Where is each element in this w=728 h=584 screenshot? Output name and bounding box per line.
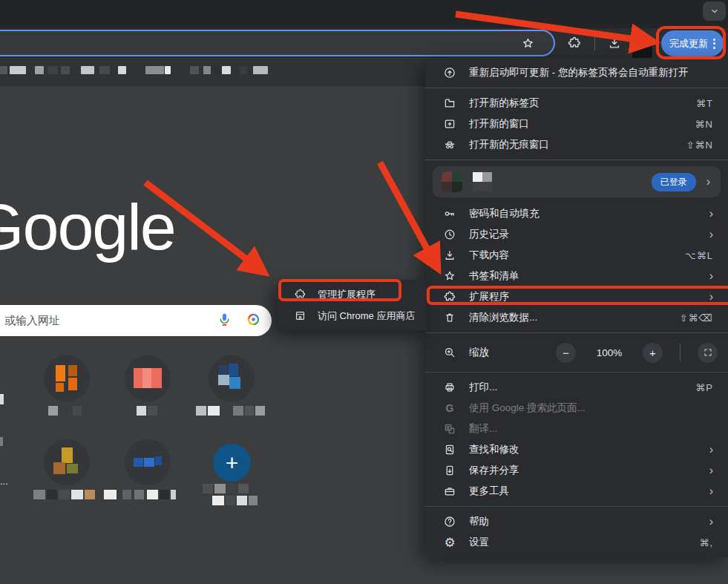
menu-item-label: 历史记录 [469, 228, 509, 241]
submenu-item-manage-extensions[interactable]: 管理扩展程序 [277, 283, 427, 305]
fullscreen-button[interactable] [698, 343, 718, 363]
menu-item-label: 清除浏览数据... [469, 311, 537, 324]
bookmark-item[interactable] [47, 66, 58, 74]
shortcut-hint: ⌘, [699, 537, 713, 548]
chevron-right-icon [709, 485, 713, 497]
search-placeholder: 或输入网址 [4, 314, 217, 328]
cutoff-shortcut-label: ... [0, 476, 8, 487]
shortcut-hint: ⌘P [695, 382, 713, 393]
menu-item-passwords-autofill[interactable]: 密码和自动填充 [425, 203, 728, 224]
menu-item-label: 翻译... [469, 422, 497, 436]
profile-row[interactable]: 已登录 [433, 166, 721, 197]
menu-item-help[interactable]: 帮助 [425, 511, 728, 532]
chevron-right-icon [706, 176, 710, 188]
extensions-puzzle-icon[interactable] [566, 35, 583, 51]
bookmark-item[interactable] [118, 66, 126, 74]
menu-item-search-with-google: G 使用 Google 搜索此页面... [425, 398, 728, 419]
zoom-in-button[interactable] [643, 343, 663, 363]
shortcut-tile[interactable] [214, 361, 249, 396]
menu-separator [425, 372, 728, 373]
web-store-icon [293, 309, 306, 323]
google-lens-icon[interactable] [246, 312, 261, 330]
bookmark-item[interactable] [35, 66, 44, 74]
chevron-right-icon [709, 270, 713, 282]
history-clock-icon [443, 228, 456, 241]
menu-item-history[interactable]: 历史记录 [425, 224, 728, 245]
add-shortcut-button[interactable]: + [213, 444, 251, 482]
chevron-right-icon [709, 444, 713, 456]
zoom-out-button[interactable] [556, 343, 576, 363]
window-collapse-button[interactable] [703, 1, 726, 21]
new-tab-icon [443, 96, 456, 110]
bookmark-item[interactable] [165, 66, 171, 74]
plus-icon: + [226, 450, 239, 476]
bookmark-item[interactable] [145, 66, 164, 74]
browser-window: 完成更新 Google 或输入网址 [0, 0, 728, 584]
translate-icon [443, 422, 456, 436]
menu-item-label: 查找和修改 [469, 443, 519, 456]
menu-item-new-incognito-window[interactable]: 打开新的无痕窗口 ⇧⌘N [425, 134, 728, 155]
finish-update-button[interactable]: 完成更新 [661, 30, 724, 56]
chevron-right-icon [709, 465, 713, 476]
shortcut-label [196, 406, 270, 416]
menu-item-clear-browsing-data[interactable]: 清除浏览数据... ⇧⌘⌫ [425, 307, 728, 328]
find-edit-icon [443, 443, 456, 456]
bookmark-item[interactable] [203, 66, 211, 74]
menu-item-label: 下载内容 [469, 249, 509, 262]
menu-item-label: 保存并分享 [469, 464, 519, 477]
menu-item-settings[interactable]: ⚙ 设置 ⌘, [425, 532, 728, 553]
shortcut-label [122, 490, 176, 499]
bookmark-item[interactable] [99, 66, 110, 74]
menu-item-save-and-share[interactable]: 保存并分享 [425, 460, 728, 481]
profile-avatar [442, 171, 462, 192]
bookmark-item[interactable] [222, 66, 231, 74]
bookmark-item[interactable] [61, 66, 70, 74]
finish-update-label: 完成更新 [669, 37, 708, 50]
save-share-icon [443, 464, 456, 477]
google-g-icon: G [443, 401, 456, 415]
bookmark-item[interactable] [190, 66, 199, 74]
help-icon [443, 515, 456, 528]
menu-item-more-tools[interactable]: 更多工具 [425, 481, 728, 502]
menu-item-label: 更多工具 [469, 485, 509, 498]
shortcut-hint: ⌥⌘L [685, 250, 713, 261]
shortcut-tile[interactable] [131, 445, 165, 479]
search-box[interactable]: 或输入网址 [0, 305, 272, 336]
submenu-item-visit-chrome-web-store[interactable]: 访问 Chrome 应用商店 [277, 305, 427, 327]
downloads-icon[interactable] [606, 35, 623, 51]
menu-item-new-window[interactable]: 打开新的窗口 ⌘N [425, 114, 728, 134]
chevron-right-icon [709, 229, 713, 240]
titlebar [0, 0, 728, 28]
shortcut-tile[interactable] [50, 361, 84, 396]
menu-item-new-tab[interactable]: 打开新的标签页 ⌘T [425, 93, 728, 114]
cutoff-tile-fragment [0, 394, 4, 404]
omnibox-focused[interactable] [0, 30, 555, 56]
shortcut-tile[interactable] [131, 361, 165, 396]
profile-avatar-toolbar[interactable] [632, 42, 652, 58]
shortcut-hint: ⌘T [696, 98, 713, 109]
bookmark-item[interactable] [213, 66, 220, 74]
chrome-menu: 重新启动即可更新 - 您的标签页将会自动重新打开 打开新的标签页 ⌘T 打开新的… [425, 58, 728, 557]
menu-item-bookmarks-lists[interactable]: 书签和清单 [425, 266, 728, 286]
shortcut-label [212, 496, 264, 505]
submenu-item-label: 访问 Chrome 应用商店 [318, 309, 415, 323]
menu-item-find-and-edit[interactable]: 查找和修改 [425, 439, 728, 460]
voice-search-mic-icon[interactable] [217, 312, 232, 330]
bookmark-item[interactable] [0, 66, 7, 74]
bookmark-item[interactable] [81, 66, 94, 74]
menu-separator [425, 88, 728, 88]
menu-item-relaunch-to-update[interactable]: 重新启动即可更新 - 您的标签页将会自动重新打开 [425, 62, 728, 83]
menu-separator [425, 506, 728, 507]
menu-item-downloads[interactable]: 下载内容 ⌥⌘L [425, 245, 728, 266]
bookmark-star-icon[interactable] [519, 35, 536, 51]
kebab-menu-icon[interactable] [713, 39, 715, 49]
bookmark-item[interactable] [240, 66, 247, 74]
menu-item-print[interactable]: 打印... ⌘P [425, 377, 728, 398]
shortcut-tile[interactable] [50, 445, 84, 479]
fullscreen-icon [703, 347, 713, 358]
signed-in-badge: 已登录 [652, 173, 696, 191]
gear-icon: ⚙ [443, 536, 456, 549]
bookmark-item[interactable] [253, 66, 268, 74]
menu-item-extensions[interactable]: 扩展程序 [425, 286, 728, 307]
bookmark-item[interactable] [10, 66, 26, 74]
